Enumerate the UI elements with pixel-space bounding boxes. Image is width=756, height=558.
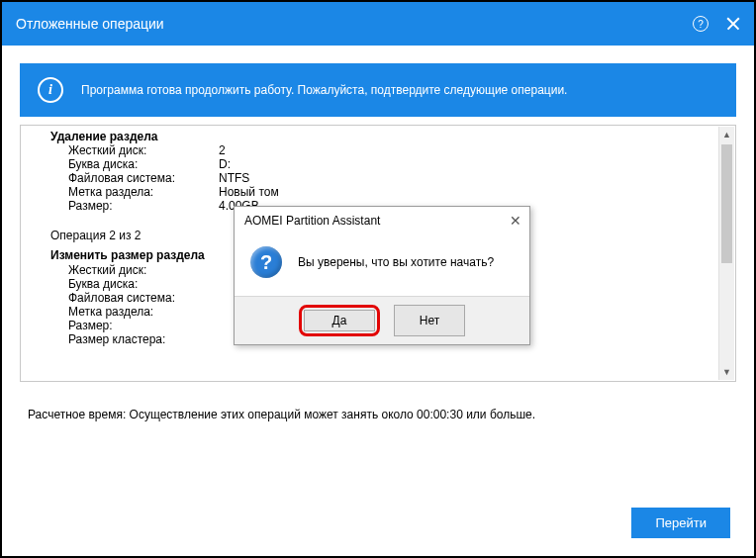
op2-letter-label: Буква диска: <box>50 277 219 291</box>
no-button[interactable]: Нет <box>394 305 465 336</box>
info-icon: i <box>38 77 63 103</box>
op2-size-label: Размер: <box>50 319 219 332</box>
highlight-annotation: Да <box>299 305 380 336</box>
op1-vol-val: Новый том <box>219 185 279 199</box>
scrollbar[interactable]: ▲ ▼ <box>718 127 734 380</box>
close-icon[interactable] <box>726 17 740 31</box>
scroll-thumb[interactable] <box>721 144 732 263</box>
op1-size-label: Размер: <box>50 199 219 213</box>
help-icon[interactable]: ? <box>693 16 709 32</box>
op2-cluster-label: Размер кластера: <box>50 332 219 346</box>
op1-fs-label: Файловая система: <box>50 171 219 185</box>
modal-button-row: Да Нет <box>235 296 529 344</box>
pending-operations-dialog: Отложенные операции ? i Программа готова… <box>2 2 754 556</box>
window-title: Отложенные операции <box>16 16 164 32</box>
op1-letter-val: D: <box>219 157 231 171</box>
question-icon: ? <box>250 246 282 278</box>
op1-letter-label: Буква диска: <box>50 157 219 171</box>
op1-fs-val: NTFS <box>219 171 249 185</box>
modal-close-icon[interactable]: ✕ <box>510 213 521 229</box>
op1-hdd-label: Жесткий диск: <box>50 143 219 157</box>
titlebar: Отложенные операции ? <box>2 2 754 46</box>
scroll-up-icon[interactable]: ▲ <box>719 127 734 142</box>
scroll-down-icon[interactable]: ▼ <box>719 364 734 380</box>
estimate-text: Расчетное время: Осуществление этих опер… <box>28 408 728 421</box>
op2-fs-label: Файловая система: <box>50 291 219 305</box>
op2-vol-label: Метка раздела: <box>50 305 219 319</box>
info-banner: i Программа готова продолжить работу. По… <box>20 63 736 117</box>
yes-button[interactable]: Да <box>304 310 375 331</box>
op1-vol-label: Метка раздела: <box>50 185 219 199</box>
op1-title: Удаление раздела <box>50 130 711 143</box>
proceed-button[interactable]: Перейти <box>631 508 730 538</box>
confirm-dialog: AOMEI Partition Assistant ✕ ? Вы уверены… <box>234 206 530 345</box>
op2-hdd-label: Жесткий диск: <box>50 263 219 277</box>
modal-title: AOMEI Partition Assistant <box>244 214 380 228</box>
modal-message: Вы уверены, что вы хотите начать? <box>298 255 494 269</box>
op1-hdd-val: 2 <box>219 143 226 157</box>
banner-text: Программа готова продолжить работу. Пожа… <box>81 83 567 97</box>
